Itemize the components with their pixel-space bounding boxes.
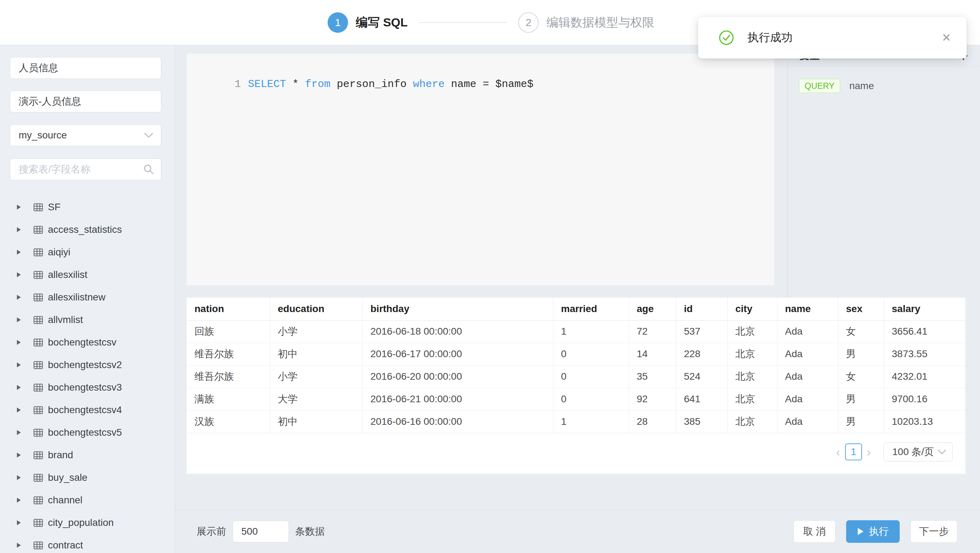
- variables-panel: 变量 + QUERYname: [788, 45, 980, 298]
- expand-caret-icon[interactable]: [17, 453, 21, 458]
- table-cell: 2016-06-17 00:00:00: [363, 343, 553, 365]
- table-tree-item[interactable]: brand: [10, 444, 165, 466]
- table-tree-item[interactable]: allesxilist: [10, 264, 165, 286]
- table-icon: [33, 451, 43, 459]
- table-tree-item[interactable]: bochengtestcsv3: [10, 376, 165, 399]
- row-limit-suffix: 条数据: [295, 525, 325, 538]
- page-size-select[interactable]: 100 条/页: [883, 442, 953, 461]
- table-icon: [33, 316, 43, 324]
- table-name: channel: [48, 494, 83, 506]
- table-icon: [33, 248, 43, 256]
- column-header: city: [727, 298, 777, 320]
- table-tree-item[interactable]: allesxilistnew: [10, 286, 165, 308]
- table-tree-item[interactable]: SF: [10, 196, 165, 218]
- table-cell: 北京: [727, 365, 777, 388]
- table-cell: 72: [629, 320, 676, 343]
- table-search: [10, 159, 161, 180]
- execute-button[interactable]: 执行: [846, 520, 900, 543]
- dataset-display-name-input[interactable]: [10, 91, 161, 112]
- expand-caret-icon[interactable]: [17, 543, 21, 548]
- table-icon: [33, 338, 43, 346]
- sql-editor[interactable]: 1SELECT * from person_info where name = …: [187, 54, 774, 285]
- expand-caret-icon[interactable]: [17, 385, 21, 390]
- cancel-button[interactable]: 取 消: [793, 520, 835, 543]
- table-tree-item[interactable]: bochengtestcsv5: [10, 421, 165, 444]
- table-name: allesxilistnew: [48, 292, 105, 303]
- expand-caret-icon[interactable]: [17, 205, 21, 210]
- table-name: allvmlist: [48, 314, 83, 326]
- table-tree-item[interactable]: city_population: [10, 512, 165, 534]
- table-cell: 385: [676, 410, 727, 433]
- table-icon: [33, 361, 43, 369]
- table-tree-item[interactable]: contract: [10, 534, 165, 553]
- table-tree-item[interactable]: buy_sale: [10, 466, 165, 489]
- expand-caret-icon[interactable]: [17, 340, 21, 345]
- step-2-edit-model[interactable]: 2 编辑数据模型与权限: [518, 12, 654, 33]
- step-1-write-sql[interactable]: 1 编写 SQL: [328, 12, 407, 33]
- current-page-button[interactable]: 1: [845, 443, 862, 460]
- table-cell: 2016-06-20 00:00:00: [363, 365, 553, 388]
- table-cell: 男: [838, 343, 884, 365]
- expand-caret-icon[interactable]: [17, 227, 21, 232]
- next-step-button[interactable]: 下一步: [910, 520, 958, 543]
- table-cell: 1: [553, 410, 629, 433]
- table-name: bochengtestcsv2: [48, 359, 122, 370]
- row-limit-input[interactable]: [232, 521, 289, 542]
- table-cell: 男: [838, 410, 884, 433]
- dataset-name-input[interactable]: [10, 57, 161, 79]
- table-cell: Ada: [777, 410, 838, 433]
- expand-caret-icon[interactable]: [17, 408, 21, 412]
- table-cell: 北京: [727, 320, 777, 343]
- table-cell: 初中: [270, 343, 363, 365]
- table-cell: 0: [553, 343, 629, 365]
- table-name: access_statistics: [48, 224, 122, 235]
- chevron-down-icon: [937, 449, 947, 455]
- table-name: city_population: [48, 517, 114, 528]
- variable-name: name: [849, 80, 874, 92]
- table-cell: 4232.01: [884, 365, 965, 388]
- expand-caret-icon[interactable]: [17, 475, 21, 480]
- table-tree-item[interactable]: bochengtestcsv: [10, 331, 165, 354]
- table-name: contract: [48, 540, 83, 551]
- variable-row[interactable]: QUERYname: [799, 79, 969, 93]
- expand-caret-icon[interactable]: [17, 362, 21, 367]
- table-cell: 35: [629, 365, 676, 388]
- table-row: 维吾尔族初中2016-06-17 00:00:00014228北京Ada男387…: [187, 343, 965, 365]
- expand-caret-icon[interactable]: [17, 250, 21, 255]
- table-tree-item[interactable]: channel: [10, 489, 165, 512]
- datasource-select[interactable]: my_source: [10, 124, 161, 146]
- sql-keyword: from: [305, 78, 331, 90]
- table-tree-item[interactable]: bochengtestcsv4: [10, 399, 165, 421]
- table-name: SF: [48, 202, 60, 213]
- expand-caret-icon[interactable]: [17, 498, 21, 503]
- next-page-icon[interactable]: ›: [862, 446, 876, 458]
- table-tree-item[interactable]: bochengtestcsv2: [10, 354, 165, 376]
- table-cell: 2016-06-16 00:00:00: [363, 410, 553, 433]
- results-header-row: nationeducationbirthdaymarriedageidcityn…: [187, 298, 965, 320]
- table-tree-item[interactable]: allvmlist: [10, 308, 165, 331]
- expand-caret-icon[interactable]: [17, 520, 21, 525]
- table-icon: [33, 384, 43, 392]
- table-name: bochengtestcsv3: [48, 382, 122, 393]
- table-name: bochengtestcsv: [48, 337, 116, 348]
- table-cell: 14: [629, 343, 676, 365]
- table-icon: [33, 519, 43, 527]
- table-name: bochengtestcsv5: [48, 427, 122, 438]
- expand-caret-icon[interactable]: [17, 430, 21, 435]
- prev-page-icon[interactable]: ‹: [831, 446, 845, 458]
- table-cell: 北京: [727, 343, 777, 365]
- toast-message: 执行成功: [748, 30, 792, 45]
- table-tree-item[interactable]: access_statistics: [10, 218, 165, 241]
- page-size-value: 100 条/页: [892, 445, 934, 459]
- close-icon[interactable]: ✕: [942, 32, 951, 43]
- table-cell: 537: [676, 320, 727, 343]
- table-tree-item[interactable]: aiqiyi: [10, 241, 165, 264]
- step-1-badge: 1: [328, 12, 348, 33]
- sql-keyword: where: [413, 78, 445, 90]
- expand-caret-icon[interactable]: [17, 295, 21, 300]
- expand-caret-icon[interactable]: [17, 272, 21, 277]
- table-cell: 男: [838, 388, 884, 410]
- table-cell: 3656.41: [884, 320, 965, 343]
- table-search-input[interactable]: [10, 159, 161, 180]
- expand-caret-icon[interactable]: [17, 317, 21, 322]
